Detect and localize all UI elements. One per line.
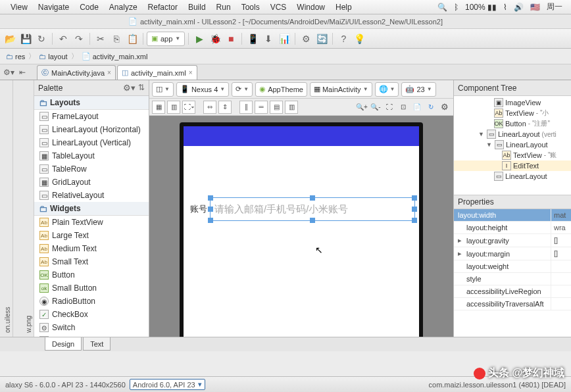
props-row[interactable]: layout:heightwra: [454, 222, 571, 234]
tree-node[interactable]: ▼▭LinearLayout: [454, 139, 571, 150]
palette-item[interactable]: ▦TableLayout: [34, 149, 149, 162]
activity-selector[interactable]: ▦MainActivity▼: [310, 82, 372, 97]
tree-node[interactable]: ▼▭LinearLayout(verti: [454, 129, 571, 139]
tree-node[interactable]: AbTextView- "小: [454, 108, 571, 118]
palette-item[interactable]: AbSmall Text: [34, 255, 149, 268]
redo-icon[interactable]: ↷: [72, 32, 86, 46]
refresh-icon[interactable]: ↻: [425, 101, 437, 114]
grid-icon[interactable]: ▦: [152, 101, 165, 114]
debug-icon[interactable]: 🐞: [208, 32, 222, 46]
palette-item[interactable]: ◉RadioButton: [34, 295, 149, 308]
orientation-selector[interactable]: ⟳▼: [232, 82, 253, 97]
resize-handle[interactable]: [208, 218, 213, 223]
strip-item[interactable]: on.uiless: [3, 83, 12, 334]
device-screen[interactable]: 账号 请输入邮箱/手机号码/小米账号: [184, 126, 419, 337]
tab-activity-main-xml[interactable]: ◫ activity_main.xml ×: [117, 65, 197, 80]
run-icon[interactable]: ▶: [192, 32, 207, 46]
pan-icon[interactable]: 📄: [411, 101, 423, 114]
monitor-icon[interactable]: 📊: [277, 32, 291, 46]
resize-handle[interactable]: [310, 195, 315, 201]
palette-item[interactable]: ✓CheckBox: [34, 308, 149, 321]
tree-node[interactable]: ▭LinearLayout: [454, 171, 571, 182]
module-selector[interactable]: ▣ app ▼: [147, 32, 185, 46]
palette-item[interactable]: ⊝Switch: [34, 321, 149, 334]
breadcrumb-item[interactable]: 🗀res: [4, 53, 27, 61]
paste-icon[interactable]: 📋: [125, 32, 139, 46]
gear-icon[interactable]: ⚙▾: [3, 66, 14, 78]
menu-window[interactable]: Window: [291, 3, 330, 12]
structure-icon[interactable]: ⚙: [299, 32, 313, 46]
resize-handle[interactable]: [310, 218, 315, 223]
resize-handle[interactable]: [412, 195, 417, 201]
collapse-icon[interactable]: ⇤: [16, 66, 28, 78]
breadcrumb-item[interactable]: 📄activity_main.xml: [80, 52, 150, 61]
menu-build[interactable]: Build: [183, 3, 211, 12]
api-selector[interactable]: 🤖23▼: [401, 82, 435, 97]
help-icon[interactable]: ?: [336, 32, 351, 46]
search-icon[interactable]: 🔍: [434, 3, 451, 12]
zoom-fit-icon[interactable]: ⛶: [384, 101, 395, 114]
menu-help[interactable]: Help: [330, 3, 357, 12]
tree-node[interactable]: AbTextView- "账: [454, 150, 571, 160]
props-row[interactable]: accessibilityLiveRegion: [454, 285, 571, 298]
strip-item[interactable]: w.png: [24, 83, 34, 334]
resize-handle[interactable]: [208, 195, 213, 201]
view-mode-selector[interactable]: ◫▼: [152, 82, 174, 97]
stop-icon[interactable]: ■: [224, 32, 238, 46]
zoom-actual-icon[interactable]: ⊡: [397, 101, 409, 114]
resize-handle[interactable]: [208, 207, 213, 212]
open-icon[interactable]: 📂: [3, 32, 17, 46]
sync-gradle-icon[interactable]: 🔄: [314, 32, 329, 46]
props-row[interactable]: accessibilityTraversalAft: [454, 298, 571, 310]
locale-selector[interactable]: 🌐▼: [375, 82, 399, 97]
theme-selector[interactable]: ◉AppTheme: [255, 82, 307, 97]
design-canvas[interactable]: 账号 请输入邮箱/手机号码/小米账号: [149, 116, 453, 337]
cut-icon[interactable]: ✂: [93, 32, 108, 46]
palette-group-layouts[interactable]: 🗀Layouts: [34, 96, 149, 110]
palette-item[interactable]: AbMedium Text: [34, 242, 149, 255]
sdk-icon[interactable]: ⬇: [261, 32, 276, 46]
undo-icon[interactable]: ↶: [56, 32, 70, 46]
palette-item[interactable]: ▭LinearLayout (Horizontal): [34, 123, 149, 136]
gear-icon[interactable]: ⚙▾: [123, 83, 136, 93]
sync-icon[interactable]: ↻: [34, 32, 49, 46]
props-row[interactable]: ▸layout:margin[]: [454, 247, 571, 260]
props-row[interactable]: ▸layout:gravity[]: [454, 234, 571, 247]
properties-table[interactable]: layout:widthmat layout:heightwra ▸layout…: [454, 209, 571, 337]
menu-navigate[interactable]: Navigate: [33, 3, 74, 12]
distribute-icon[interactable]: ‖: [239, 101, 253, 114]
breadcrumb-item[interactable]: 🗀layout: [37, 53, 69, 61]
copy-icon[interactable]: ⎘: [109, 32, 124, 46]
menu-analyze[interactable]: Analyze: [104, 3, 143, 12]
save-icon[interactable]: 💾: [18, 32, 33, 46]
menu-vcs[interactable]: VCS: [265, 3, 292, 12]
align-icon[interactable]: ⇔: [203, 101, 216, 114]
volume-icon[interactable]: 🔊: [510, 3, 527, 12]
blueprint-icon[interactable]: ▥: [167, 101, 180, 114]
gear-icon[interactable]: ⚙: [439, 101, 451, 114]
avd-icon[interactable]: 📱: [245, 32, 260, 46]
tab-design[interactable]: Design: [45, 337, 82, 351]
palette-item[interactable]: okSmall Button: [34, 282, 149, 295]
palette-item[interactable]: ▭RelativeLayout: [34, 189, 149, 202]
palette-item[interactable]: ▭LinearLayout (Vertical): [34, 136, 149, 149]
palette-item[interactable]: ▭TableRow: [34, 162, 149, 176]
palette-item[interactable]: ▭FrameLayout: [34, 110, 149, 123]
resize-handle[interactable]: [412, 207, 417, 212]
tab-mainactivity[interactable]: ⓒ MainActivity.java ×: [37, 65, 116, 80]
tips-icon[interactable]: 💡: [352, 32, 366, 46]
distribute-icon[interactable]: ═: [255, 101, 268, 114]
pack-icon[interactable]: ▤: [270, 101, 283, 114]
palette-group-widgets[interactable]: 🗀Widgets: [34, 202, 149, 216]
tree-node-selected[interactable]: IEditText: [454, 160, 571, 171]
menu-refactor[interactable]: Refactor: [143, 3, 183, 12]
wifi-icon[interactable]: ⌇: [500, 3, 510, 12]
tree-node[interactable]: OKButton- "注册": [454, 118, 571, 129]
props-row[interactable]: style: [454, 273, 571, 285]
resize-handle[interactable]: [412, 218, 417, 223]
props-row[interactable]: layout:weight: [454, 260, 571, 273]
close-icon[interactable]: ×: [107, 69, 111, 76]
menu-tools[interactable]: Tools: [236, 3, 265, 12]
zoom-out-icon[interactable]: 🔍-: [370, 101, 382, 114]
zoom-in-icon[interactable]: 🔍+: [356, 101, 368, 114]
